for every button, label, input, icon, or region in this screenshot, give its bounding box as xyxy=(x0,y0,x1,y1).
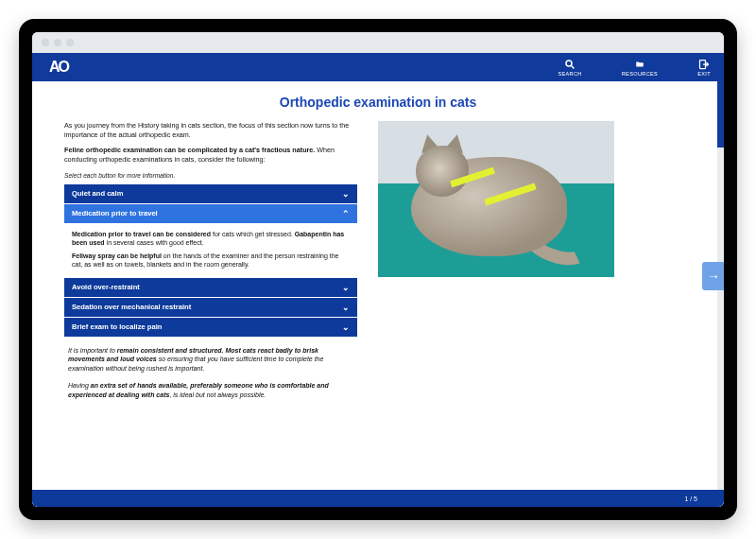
scrollbar-track[interactable] xyxy=(717,81,724,507)
topbar-actions: SEARCH RESOURCES EXIT xyxy=(558,59,711,77)
note-text: , is ideal but not always possible. xyxy=(169,391,266,398)
accordion-item-medication[interactable]: Medication prior to travel ⌃ xyxy=(64,204,357,223)
accordion-label: Sedation over mechanical restraint xyxy=(72,303,191,311)
content-area: Orthopedic examination in cats As you jo… xyxy=(32,81,724,507)
note-text: Having xyxy=(68,382,91,389)
next-page-button[interactable]: → xyxy=(702,262,724,290)
search-button[interactable]: SEARCH xyxy=(558,59,581,77)
accordion-label: Brief exam to localize pain xyxy=(72,322,162,331)
accordion-body-medication: Medication prior to travel can be consid… xyxy=(64,224,357,277)
intro-paragraph-1: As you journey from the History taking i… xyxy=(64,121,357,139)
chevron-down-icon: ⌄ xyxy=(342,283,350,292)
resources-label: RESOURCES xyxy=(622,71,658,77)
intro-bold: Feline orthopedic examination can be com… xyxy=(64,146,315,154)
acc-body-p1: Medication prior to travel can be consid… xyxy=(72,230,350,248)
chevron-down-icon: ⌄ xyxy=(342,322,350,332)
folder-icon xyxy=(634,59,645,70)
search-icon xyxy=(564,59,576,70)
logo: AO xyxy=(49,59,68,76)
page-title: Orthopedic examination in cats xyxy=(64,95,692,110)
footnote-1: It is important to remain consistent and… xyxy=(68,346,353,374)
accordion-item-over-restraint[interactable]: Avoid over-restraint ⌄ xyxy=(64,278,357,297)
intro-paragraph-2: Feline orthopedic examination can be com… xyxy=(64,146,357,164)
exit-icon xyxy=(698,59,710,70)
accordion-item-quiet-calm[interactable]: Quiet and calm ⌄ xyxy=(64,184,357,203)
resources-button[interactable]: RESOURCES xyxy=(622,59,658,77)
page: Orthopedic examination in cats As you jo… xyxy=(32,81,724,400)
svg-point-0 xyxy=(566,61,572,66)
acc-text: for cats which get stressed. xyxy=(211,231,295,237)
device-frame: AO SEARCH RESOURCES xyxy=(19,19,737,520)
cat-photo xyxy=(378,121,614,277)
two-column-layout: As you journey from the History taking i… xyxy=(64,121,692,400)
scrollbar-thumb[interactable] xyxy=(717,81,724,148)
browser-window: AO SEARCH RESOURCES xyxy=(32,32,724,507)
bottom-bar: 1 / 5 xyxy=(32,490,724,507)
accordion-item-brief-exam[interactable]: Brief exam to localize pain ⌄ xyxy=(64,318,357,337)
accordion-item-sedation[interactable]: Sedation over mechanical restraint ⌄ xyxy=(64,298,357,317)
search-label: SEARCH xyxy=(558,71,581,77)
exit-label: EXIT xyxy=(697,71,711,77)
chevron-up-icon: ⌃ xyxy=(342,209,350,218)
window-dot xyxy=(66,39,74,46)
topbar: AO SEARCH RESOURCES xyxy=(32,53,724,81)
acc-text: in several cases with good effect. xyxy=(105,239,204,246)
note-text: It is important to xyxy=(68,347,117,354)
accordion-label: Quiet and calm xyxy=(72,189,123,198)
left-column: As you journey from the History taking i… xyxy=(64,121,357,400)
svg-line-1 xyxy=(572,65,575,68)
footnote-2: Having an extra set of hands available, … xyxy=(68,381,353,400)
footnotes: It is important to remain consistent and… xyxy=(64,346,357,400)
exit-button[interactable]: EXIT xyxy=(697,59,711,77)
window-dot xyxy=(42,39,49,46)
browser-chrome xyxy=(32,32,724,53)
right-column xyxy=(378,121,692,400)
chevron-down-icon: ⌄ xyxy=(342,303,350,312)
instruction-text: Select each button for more information. xyxy=(64,172,357,179)
accordion-label: Medication prior to travel xyxy=(72,209,158,217)
page-indicator: 1 / 5 xyxy=(684,496,697,502)
arrow-right-icon: → xyxy=(707,269,720,284)
accordion-label: Avoid over-restraint xyxy=(72,283,140,291)
chevron-down-icon: ⌄ xyxy=(342,189,350,199)
acc-body-p2: Feliway spray can be helpful on the hand… xyxy=(72,252,350,270)
acc-bold: Medication prior to travel can be consid… xyxy=(72,231,211,237)
window-dot xyxy=(54,39,61,46)
acc-bold: Feliway spray can be helpful xyxy=(72,252,162,259)
cat-head-shape xyxy=(416,146,469,197)
